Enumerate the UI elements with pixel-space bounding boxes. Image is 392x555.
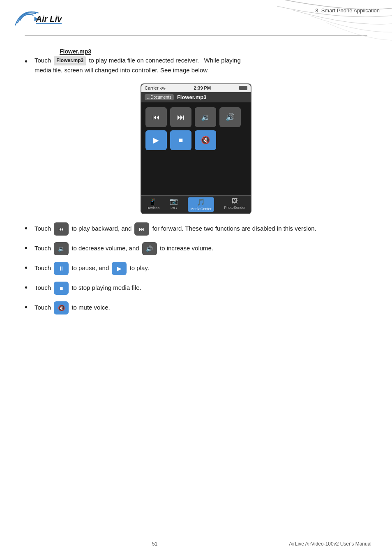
- flower-label-wrapper: Flower.mp3: [60, 48, 367, 55]
- bullet-item-2: • Touch ⏮ to play backward, and ⏭ for fo…: [25, 222, 367, 236]
- bullet3-text2: to increase volume.: [160, 245, 213, 252]
- photosender-icon: 🖼: [231, 197, 238, 205]
- vol-up-btn[interactable]: 🔊: [219, 107, 241, 127]
- mute-icon-inline: 🔇: [54, 301, 69, 314]
- tab-devices[interactable]: 📱 Devices: [146, 197, 159, 212]
- bullet4-text: to pause, and: [71, 264, 109, 271]
- rewind-btn[interactable]: ⏮: [145, 107, 167, 127]
- page-footer: 51 AirLive AirVideo-100v2 User's Manual: [0, 541, 392, 547]
- logo-area: Air Live ®: [12, 7, 62, 32]
- bullet-item-4: • Touch ⏸ to pause, and ▶ to play.: [25, 262, 367, 275]
- bullet2-text2: for forward. These two functions are dis…: [152, 225, 316, 232]
- pause-icon-inline: ⏸: [54, 262, 69, 275]
- phone-screenshot: Carrier 2:39 PM ...Documents Flower.mp3: [141, 83, 251, 214]
- bullet2-text: to play backward, and: [71, 225, 131, 232]
- bullet4-text2: to play.: [130, 264, 149, 271]
- tab-photosender[interactable]: 🖼 PhotoSender: [224, 197, 246, 212]
- play-icon-inline: ▶: [112, 262, 127, 275]
- tab-ptg-label: PtG: [171, 206, 177, 210]
- bullet-dot-2: •: [25, 222, 30, 234]
- wifi-icon: [160, 86, 166, 90]
- controls-row-2: ▶ ■ 🔇: [145, 130, 247, 150]
- phone-bottom-bar: 📱 Devices 📷 PtG 🎵 MediaCenter 🖼 PhotoSen…: [141, 195, 251, 213]
- devices-icon: 📱: [149, 197, 157, 205]
- vol-down-icon-inline: 🔉: [54, 242, 69, 255]
- flower-inline-label: Flower.mp3: [54, 56, 86, 65]
- page-number: 51: [21, 541, 289, 547]
- phone-frame: Carrier 2:39 PM ...Documents Flower.mp3: [141, 83, 251, 214]
- footer-right: AirLive AirVideo-100v2 User's Manual: [289, 541, 371, 547]
- mute-btn[interactable]: 🔇: [195, 130, 216, 150]
- status-time: 2:39 PM: [194, 86, 211, 90]
- bullet6-text: to mute voice.: [71, 304, 110, 311]
- fastforward-btn[interactable]: ⏭: [170, 107, 191, 127]
- play-btn[interactable]: ▶: [145, 130, 167, 150]
- while-playing-text: While playing: [204, 57, 241, 64]
- status-carrier: Carrier: [145, 86, 166, 90]
- vol-down-btn[interactable]: 🔉: [195, 107, 216, 127]
- bullet-dot-4: •: [25, 262, 30, 273]
- phone-nav-bar: ...Documents Flower.mp3: [141, 92, 251, 102]
- nav-title: Flower.mp3: [177, 94, 207, 100]
- stop-btn[interactable]: ■: [170, 130, 191, 150]
- chapter-title: 3. Smart Phone Application: [315, 7, 380, 14]
- flower-mp3-label: Flower.mp3: [60, 48, 91, 55]
- bullet-text-5: Touch ■ to stop playing media file.: [35, 282, 141, 295]
- main-content: Flower.mp3 • Touch Flower.mp3 to play me…: [0, 36, 392, 333]
- bullet-dot-6: •: [25, 301, 30, 313]
- bullet-item-1: • Touch Flower.mp3 to play media file on…: [25, 56, 367, 75]
- nav-back-button[interactable]: ...Documents: [145, 94, 174, 100]
- carrier-text: Carrier: [145, 86, 159, 90]
- bullet-text-4: Touch ⏸ to pause, and ▶ to play.: [35, 262, 149, 275]
- bullet5-text: to stop playing media file.: [71, 284, 141, 291]
- bullet-item-5: • Touch ■ to stop playing media file.: [25, 282, 367, 295]
- bullet-dot-3: •: [25, 242, 30, 254]
- bullet-item-6: • Touch 🔇 to mute voice.: [25, 301, 367, 314]
- ptg-icon: 📷: [170, 197, 178, 205]
- bullet-text-2: Touch ⏮ to play backward, and ⏭ for forw…: [35, 222, 316, 236]
- tab-mediacenter[interactable]: 🎵 MediaCenter: [188, 197, 214, 212]
- rewind-icon-inline: ⏮: [54, 222, 69, 236]
- header-right: 3. Smart Phone Application: [315, 7, 380, 16]
- bullet3-text: to decrease volume, and: [71, 245, 139, 252]
- phone-status-bar: Carrier 2:39 PM: [141, 84, 251, 92]
- airlive-logo: Air Live ®: [12, 7, 62, 32]
- bullet1-rest: media file, screen will changed into con…: [35, 67, 209, 74]
- battery-icon: [239, 86, 247, 90]
- controls-row-1: ⏮ ⏭ 🔉 🔊: [145, 107, 247, 127]
- forward-icon-inline: ⏭: [134, 222, 149, 236]
- controls-spacer: [145, 153, 247, 190]
- bullet-text-6: Touch 🔇 to mute voice.: [35, 301, 110, 314]
- phone-controls: ⏮ ⏭ 🔉 🔊 ▶ ■ 🔇: [141, 102, 251, 195]
- tab-devices-label: Devices: [146, 206, 159, 210]
- page-header: Air Live ® 3. Smart Phone Application: [0, 0, 392, 32]
- tab-mediacenter-label: MediaCenter: [190, 207, 212, 211]
- vol-up-icon-inline: 🔊: [142, 242, 157, 255]
- svg-text:®: ®: [57, 15, 60, 19]
- bullet-item-3: • Touch 🔉 to decrease volume, and 🔊 to i…: [25, 242, 367, 255]
- mediacenter-icon: 🎵: [197, 198, 205, 206]
- bullet-text-3: Touch 🔉 to decrease volume, and 🔊 to inc…: [35, 242, 213, 255]
- bullet-text-1: Touch Flower.mp3 to play media file on c…: [35, 56, 241, 75]
- tab-photosender-label: PhotoSender: [224, 206, 246, 210]
- bullet-dot-1: •: [25, 56, 30, 67]
- bullet-dot-5: •: [25, 282, 30, 293]
- stop-icon-inline: ■: [54, 282, 69, 295]
- tab-ptg[interactable]: 📷 PtG: [170, 197, 178, 212]
